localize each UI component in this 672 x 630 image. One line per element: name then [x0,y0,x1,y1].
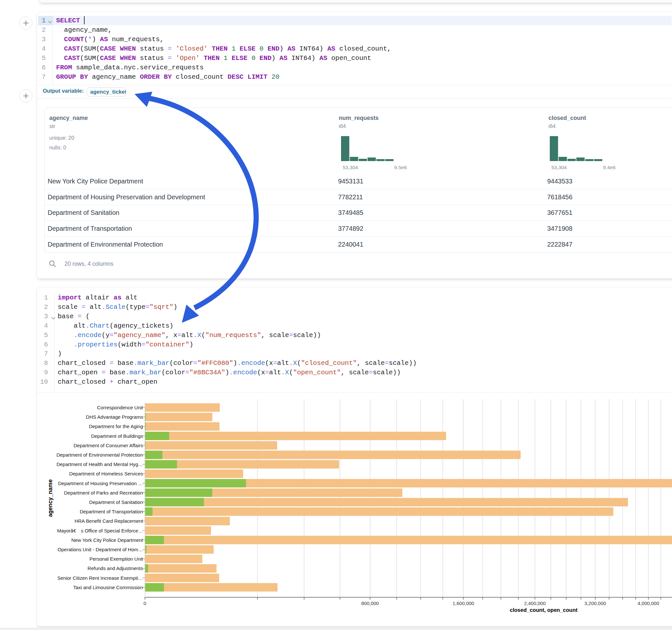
svg-text:Department of Parks and Recrea: Department of Parks and Recreation [64,490,143,495]
svg-text:Department of Sanitation: Department of Sanitation [89,500,143,505]
svg-text:closed_count, open_count: closed_count, open_count [510,607,578,613]
svg-text:Senior Citizen Rent Increase E: Senior Citizen Rent Increase Exempti… [57,575,143,581]
svg-text:New York City Police Departmen: New York City Police Department [71,537,143,543]
svg-text:Correspondence Unit: Correspondence Unit [97,405,143,410]
svg-text:Department of Transportation: Department of Transportation [80,509,143,514]
svg-text:0: 0 [144,601,146,606]
svg-text:Department of Homeless Service: Department of Homeless Services [69,471,143,477]
svg-text:Department of Health and Menta: Department of Health and Mental Hyg… [56,461,143,467]
svg-text:Operations Unit - Department o: Operations Unit - Department of Hom… [58,547,143,552]
svg-text:1,600,000: 1,600,000 [453,601,474,606]
svg-text:800,000: 800,000 [361,601,379,606]
svg-text:Refunds and Adjustments: Refunds and Adjustments [88,565,143,571]
svg-text:Department for the Aging: Department for the Aging [89,423,143,429]
svg-text:Department of Environmental Pr: Department of Environmental Protection [56,452,143,458]
svg-text:DHS Advantage Programs: DHS Advantage Programs [86,414,143,420]
svg-text:Department of Buildings: Department of Buildings [91,433,143,439]
svg-text:Department of Consumer Affairs: Department of Consumer Affairs [74,443,143,448]
svg-text:Department of Housing Preserva: Department of Housing Preservation … [58,481,143,486]
svg-text:2,400,000: 2,400,000 [524,601,546,606]
svg-text:3,200,000: 3,200,000 [584,601,606,606]
svg-text:HRA Benefit Card Replacement: HRA Benefit Card Replacement [75,518,143,524]
svg-text:4,000,000: 4,000,000 [638,601,659,606]
svg-text:agency_name: agency_name [47,479,53,517]
svg-text:Taxi and Limousine Commission: Taxi and Limousine Commission [73,585,143,590]
svg-text:Personal Exemption Unit: Personal Exemption Unit [90,556,143,562]
svg-text:Mayorâ€ s Office of Special En: Mayorâ€ s Office of Special Enforce… [57,528,143,533]
